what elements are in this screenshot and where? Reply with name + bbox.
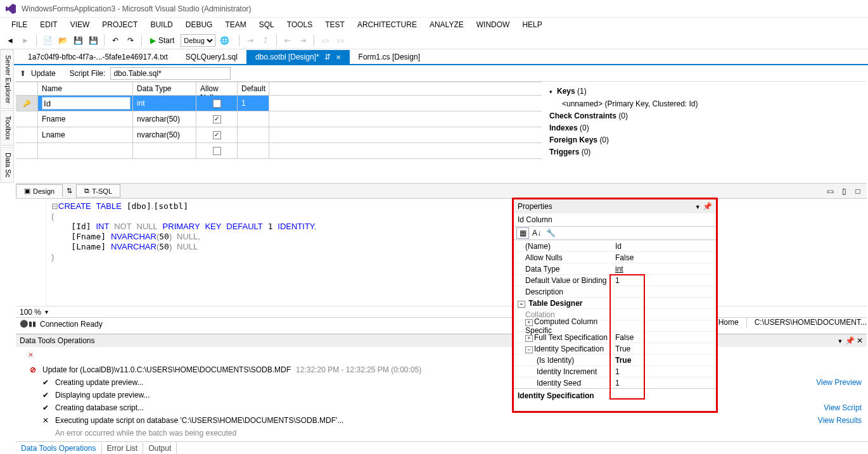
foreign-keys-label[interactable]: Foreign Keys bbox=[549, 136, 597, 144]
properties-help: Identity Specification bbox=[514, 388, 716, 403]
allow-nulls-checkbox[interactable] bbox=[213, 99, 221, 108]
column-name-input[interactable] bbox=[42, 97, 131, 110]
maximize-icon[interactable]: □ bbox=[852, 185, 864, 198]
close-icon[interactable]: ✕ bbox=[336, 54, 341, 61]
nav-fwd-icon[interactable]: ► bbox=[19, 34, 32, 47]
tab-sqlquery1[interactable]: SQLQuery1.sql bbox=[177, 50, 246, 64]
alphabetical-icon[interactable]: A↓ bbox=[530, 227, 543, 239]
check-icon: ✔ bbox=[41, 401, 50, 414]
tab-design[interactable]: ▣ Design bbox=[16, 184, 63, 198]
tsql-editor[interactable]: ⊟CREATE TABLE [dbo].[sotbl] ( [Id] INT N… bbox=[16, 198, 867, 306]
menu-project[interactable]: PROJECT bbox=[96, 19, 144, 30]
home-strip: Home C:\USERS\HOME\DOCUMENT... bbox=[718, 315, 867, 329]
cell-default[interactable]: 1 bbox=[238, 96, 269, 111]
redo-icon[interactable]: ↷ bbox=[124, 34, 137, 47]
table-row[interactable]: Lname nvarchar(50) bbox=[16, 127, 542, 143]
save-all-icon[interactable]: 💾 bbox=[87, 34, 99, 47]
table-row-empty[interactable] bbox=[16, 143, 542, 159]
menu-window[interactable]: WINDOW bbox=[470, 19, 516, 30]
browser-icon[interactable]: 🌐 bbox=[218, 34, 231, 47]
split-h-icon[interactable]: ▭ bbox=[824, 185, 836, 198]
split-v-icon[interactable]: ▯ bbox=[838, 185, 850, 198]
menu-help[interactable]: HELP bbox=[516, 19, 548, 30]
tab-output[interactable]: Output bbox=[143, 443, 177, 454]
rail-data-sources[interactable]: Data Sc bbox=[0, 147, 14, 183]
menu-edit[interactable]: EDIT bbox=[34, 19, 63, 30]
swap-icon[interactable]: ⇅ bbox=[63, 187, 76, 195]
cell-type[interactable]: nvarchar(50) bbox=[133, 111, 196, 127]
delete-icon[interactable]: ⨉ bbox=[29, 350, 33, 358]
table-row[interactable]: 🔑 int 1 bbox=[16, 96, 542, 111]
indexes-label[interactable]: Indexes bbox=[549, 123, 578, 132]
menu-sql[interactable]: SQL bbox=[253, 19, 281, 30]
dropdown-icon[interactable]: ▼ bbox=[695, 204, 701, 210]
error-icon: ⊘ bbox=[29, 363, 37, 376]
pin-icon[interactable]: 📌 bbox=[703, 202, 712, 211]
comment-icon[interactable]: ▭ bbox=[319, 34, 331, 47]
cell-default[interactable] bbox=[238, 111, 269, 127]
new-project-icon[interactable]: 📄 bbox=[41, 34, 54, 47]
script-file-input[interactable] bbox=[110, 67, 231, 80]
allow-nulls-checkbox[interactable] bbox=[213, 131, 221, 139]
tab-form1[interactable]: Form1.cs [Design] bbox=[350, 50, 429, 64]
status-tabs: Data Tools Operations Error List Output bbox=[16, 441, 868, 454]
check-constraints-label[interactable]: Check Constraints bbox=[549, 111, 616, 120]
tab-data-tools-operations[interactable]: Data Tools Operations bbox=[16, 443, 102, 454]
pin-icon[interactable]: 📌 bbox=[845, 336, 855, 345]
tab-guid-txt[interactable]: 1a7c04f9-bfbc-4f7a-...-5fafe1e46917.4.tx… bbox=[19, 50, 177, 64]
tab-tsql[interactable]: ⧉ T-SQL bbox=[76, 184, 120, 198]
columns-grid[interactable]: Name Data Type Allow Nulls Default 🔑 int… bbox=[16, 82, 542, 183]
view-results-link[interactable]: View Results bbox=[818, 414, 862, 427]
zoom-value[interactable]: 100 % bbox=[20, 308, 41, 317]
cell-name[interactable]: Lname bbox=[38, 127, 133, 142]
tab-dbo-sotbl[interactable]: dbo.sotbl [Design]*⇵✕ bbox=[246, 50, 350, 64]
table-row[interactable]: Fname nvarchar(50) bbox=[16, 111, 542, 127]
open-icon[interactable]: 📂 bbox=[56, 34, 69, 47]
key-icon: 🔑 bbox=[23, 100, 30, 107]
menu-view[interactable]: VIEW bbox=[64, 19, 96, 30]
cell-type[interactable]: nvarchar(50) bbox=[133, 127, 196, 142]
menu-team[interactable]: TEAM bbox=[219, 19, 252, 30]
cell-default[interactable] bbox=[238, 127, 269, 142]
nav-back-icon[interactable]: ◄ bbox=[4, 34, 16, 47]
menu-architecture[interactable]: ARCHITECTURE bbox=[351, 19, 423, 30]
start-button[interactable]: ▶Start bbox=[146, 35, 178, 46]
update-toolbar: ⬆ Update Script File: bbox=[16, 65, 867, 82]
rail-server-explorer[interactable]: Server Explorer bbox=[0, 49, 14, 109]
sql-code[interactable]: ⊟CREATE TABLE [dbo].[sotbl] ( [Id] INT N… bbox=[46, 199, 867, 306]
menu-build[interactable]: BUILD bbox=[144, 19, 179, 30]
rail-toolbox[interactable]: Toolbox bbox=[0, 110, 14, 146]
menu-analyze[interactable]: ANALYZE bbox=[423, 19, 470, 30]
properties-pages-icon[interactable]: 🔧 bbox=[544, 227, 557, 239]
allow-nulls-checkbox[interactable] bbox=[213, 115, 221, 123]
config-select[interactable]: Debug bbox=[181, 34, 215, 47]
triggers-label[interactable]: Triggers bbox=[549, 148, 579, 156]
update-label[interactable]: Update bbox=[31, 69, 56, 78]
indent-in-icon[interactable]: ⇥ bbox=[297, 34, 309, 47]
menu-tools[interactable]: TOOLS bbox=[281, 19, 319, 30]
step-out-icon[interactable]: ⤴ bbox=[259, 34, 272, 47]
pk-entry[interactable]: <unnamed> (Primary Key, Clustered: Id) bbox=[549, 98, 867, 110]
home-link[interactable]: Home bbox=[718, 318, 739, 327]
tab-error-list[interactable]: Error List bbox=[102, 443, 144, 454]
cell-type[interactable]: int bbox=[133, 96, 196, 111]
allow-nulls-checkbox[interactable] bbox=[213, 147, 221, 155]
keys-label[interactable]: Keys bbox=[557, 87, 575, 96]
view-script-link[interactable]: View Script bbox=[824, 401, 862, 414]
save-icon[interactable]: 💾 bbox=[72, 34, 84, 47]
window-title: WindowsFormsApplication3 - Microsoft Vis… bbox=[22, 4, 252, 13]
cell-name[interactable]: Fname bbox=[38, 111, 133, 127]
close-icon[interactable]: ✕ bbox=[857, 336, 863, 345]
menu-debug[interactable]: DEBUG bbox=[179, 19, 219, 30]
categorized-icon[interactable]: ▦ bbox=[516, 227, 529, 239]
step-icon[interactable]: ⇥ bbox=[244, 34, 257, 47]
start-label: Start bbox=[158, 36, 174, 45]
properties-grid[interactable]: (Name)Id Allow NullsFalse Data Typeint D… bbox=[514, 240, 716, 388]
indent-out-icon[interactable]: ⇤ bbox=[281, 34, 294, 47]
menu-test[interactable]: TEST bbox=[319, 19, 351, 30]
dropdown-icon[interactable]: ▼ bbox=[837, 338, 843, 344]
menu-file[interactable]: FILE bbox=[5, 19, 34, 30]
view-preview-link[interactable]: View Preview bbox=[816, 376, 862, 389]
uncomment-icon[interactable]: ▭ bbox=[334, 34, 347, 47]
undo-icon[interactable]: ↶ bbox=[109, 34, 122, 47]
